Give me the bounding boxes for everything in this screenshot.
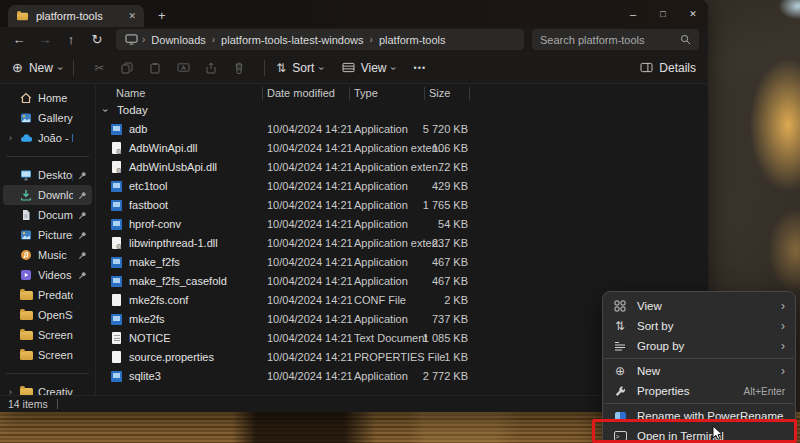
share-icon[interactable] [197, 62, 225, 74]
breadcrumb-item[interactable]: platform-tools-latest-windows [217, 34, 367, 46]
sort-button[interactable]: Sort [276, 61, 323, 75]
column-divider[interactable] [469, 87, 470, 100]
documents-icon [19, 209, 33, 221]
item-count: 14 items [8, 398, 48, 410]
sidebar-item-screenshots[interactable]: Screenshots [3, 325, 92, 345]
group-header-today[interactable]: Today [96, 102, 708, 120]
rename-icon[interactable] [169, 62, 197, 73]
cut-icon[interactable] [85, 61, 113, 75]
music-icon [19, 249, 33, 261]
tab-title: platform-tools [36, 10, 121, 22]
file-date-modified: 10/04/2024 14:21 [267, 275, 353, 287]
sidebar-item-documents[interactable]: Documents [3, 205, 92, 225]
tab-close-icon[interactable]: ✕ [128, 11, 136, 21]
sort-arrows-icon [276, 61, 286, 75]
properties-icon [613, 385, 627, 397]
minimize-button[interactable] [618, 0, 648, 27]
window-controls [618, 0, 708, 27]
column-divider[interactable] [262, 87, 263, 100]
sidebar-item-home[interactable]: Home [3, 88, 92, 108]
more-options-icon[interactable] [406, 63, 434, 73]
file-row[interactable]: make_f2fs_casefold10/04/2024 14:21Applic… [96, 272, 708, 291]
submenu-chevron-icon [781, 364, 785, 378]
sidebar-item-videos[interactable]: Videos [3, 265, 92, 285]
menu-item-sort-by[interactable]: Sort by [603, 316, 795, 336]
sort-label: Sort [292, 61, 314, 75]
command-bar: New Sort View [0, 52, 708, 84]
new-tab-button[interactable]: + [158, 8, 166, 23]
search-placeholder: Search platform-tools [540, 34, 680, 46]
sidebar-item-pictures[interactable]: Pictures [3, 225, 92, 245]
details-label: Details [659, 61, 696, 75]
sidebar-item-music[interactable]: Music [3, 245, 92, 265]
up-button[interactable] [58, 32, 84, 47]
sidebar-separator [6, 156, 89, 157]
maximize-button[interactable] [648, 0, 678, 27]
file-row[interactable]: fastboot10/04/2024 14:21Application1 765… [96, 196, 708, 215]
explorer-tab[interactable]: platform-tools ✕ [8, 5, 144, 27]
file-name: hprof-conv [129, 218, 181, 230]
file-row[interactable]: libwinpthread-1.dll10/04/2024 14:21Appli… [96, 234, 708, 253]
sidebar-item-jo-o-personal[interactable]: ›João - Personal [3, 128, 92, 148]
statusbar-divider [57, 399, 58, 409]
copy-icon[interactable] [113, 62, 141, 74]
file-name: etc1tool [129, 180, 168, 192]
forward-button[interactable] [32, 32, 58, 47]
sidebar-separator [6, 373, 89, 374]
expand-chevron-icon[interactable]: › [7, 133, 14, 143]
submenu-chevron-icon [781, 319, 785, 333]
application-icon [111, 257, 122, 268]
file-size: 72 KB [386, 161, 468, 173]
view-button[interactable]: View [342, 61, 396, 75]
file-row[interactable]: hprof-conv10/04/2024 14:21Application54 … [96, 215, 708, 234]
delete-icon[interactable] [225, 62, 253, 74]
column-type[interactable]: Type [354, 87, 378, 99]
breadcrumb-item[interactable]: platform-tools [375, 34, 450, 46]
file-row[interactable]: adb10/04/2024 14:21Application5 720 KB [96, 120, 708, 139]
menu-item-properties[interactable]: PropertiesAlt+Enter [603, 381, 795, 401]
red-highlight-annotation [592, 419, 797, 443]
column-name[interactable]: Name [116, 87, 145, 99]
collapse-group-icon[interactable] [104, 104, 107, 116]
file-size: 2 KB [386, 294, 468, 306]
file-row[interactable]: etc1tool10/04/2024 14:21Application429 K… [96, 177, 708, 196]
search-input[interactable]: Search platform-tools [532, 29, 699, 50]
expand-chevron-icon[interactable]: › [7, 387, 14, 395]
refresh-button[interactable] [84, 32, 110, 47]
menu-item-view[interactable]: View [603, 296, 795, 316]
paste-icon[interactable] [141, 62, 169, 74]
column-divider[interactable] [349, 87, 350, 100]
menu-separator [604, 358, 794, 359]
menu-item-group-by[interactable]: Group by [603, 336, 795, 356]
file-row[interactable]: make_f2fs10/04/2024 14:21Application467 … [96, 253, 708, 272]
folder-icon [17, 12, 28, 20]
address-bar: ›Downloads›platform-tools-latest-windows… [0, 27, 708, 52]
sidebar-item-gallery[interactable]: Gallery [3, 108, 92, 128]
file-name: NOTICE [129, 332, 171, 344]
file-row[interactable]: AdbWinUsbApi.dll10/04/2024 14:21Applicat… [96, 158, 708, 177]
close-button[interactable] [678, 0, 708, 27]
titlebar: platform-tools ✕ + [0, 0, 708, 27]
conf-file-icon [112, 294, 121, 306]
sidebar-item-screens[interactable]: Screens [3, 345, 92, 365]
back-button[interactable] [6, 32, 32, 47]
breadcrumb-separator-icon: › [210, 34, 217, 45]
details-pane-button[interactable]: Details [640, 61, 696, 75]
file-date-modified: 10/04/2024 14:21 [267, 218, 353, 230]
sidebar-item-creative-cloud-files[interactable]: ›Creative Cloud Files [3, 382, 92, 395]
breadcrumb-separator-icon: › [368, 34, 375, 45]
file-size: 429 KB [386, 180, 468, 192]
breadcrumb[interactable]: ›Downloads›platform-tools-latest-windows… [116, 29, 524, 50]
sidebar-item-openshell-review[interactable]: OpenShell review [3, 305, 92, 325]
new-button[interactable]: New [12, 60, 62, 75]
menu-item-new[interactable]: New [603, 361, 795, 381]
application-icon [111, 124, 122, 135]
file-row[interactable]: AdbWinApi.dll10/04/2024 14:21Application… [96, 139, 708, 158]
file-name: sqlite3 [129, 370, 161, 382]
sidebar-item-desktop[interactable]: Desktop [3, 165, 92, 185]
sidebar-item-predator-helios[interactable]: Predator Helios [3, 285, 92, 305]
breadcrumb-item[interactable]: Downloads [147, 34, 209, 46]
sidebar-item-downloads[interactable]: Downloads [3, 185, 92, 205]
column-size[interactable]: Size [429, 87, 450, 99]
column-divider[interactable] [424, 87, 425, 100]
